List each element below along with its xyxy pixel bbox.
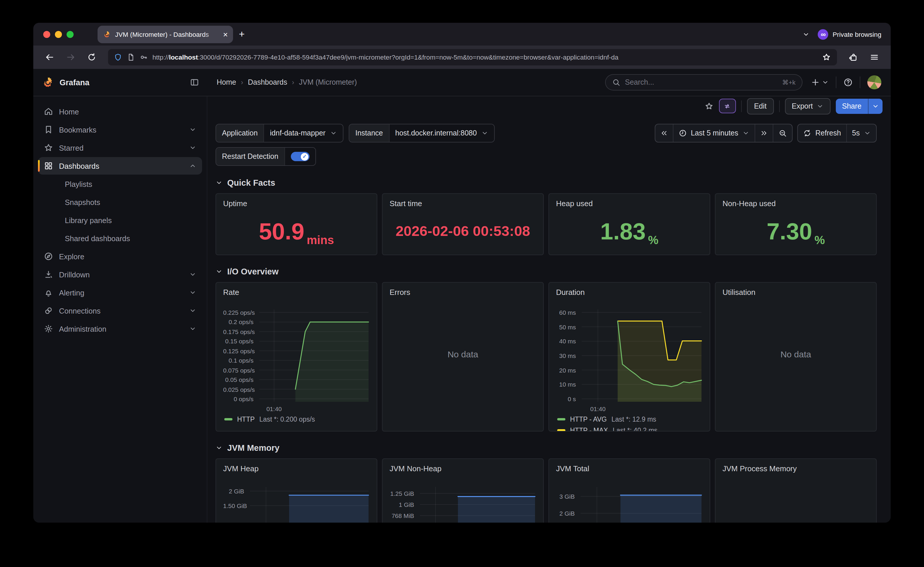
browser-tab[interactable]: JVM (Micrometer) - Dashboards × [98, 26, 233, 43]
sidebar-nav: HomeBookmarksStarredDashboardsPlaylistsS… [33, 96, 207, 523]
sidebar-item-dashboards[interactable]: Dashboards [38, 157, 202, 175]
legend-series-value: Last *: 12.9 ms [612, 416, 656, 423]
sidebar-item-administration[interactable]: Administration [38, 320, 202, 338]
panel-title[interactable]: Heap used [549, 194, 710, 208]
application-variable-select[interactable]: idnf-data-mapper [263, 124, 343, 142]
panel-title[interactable]: Utilisation [716, 283, 876, 297]
grafana-app: Grafana Home›Dashboards›JVM (Micrometer)… [33, 69, 891, 523]
refresh-button[interactable]: Refresh [798, 124, 846, 142]
window-close-button[interactable] [43, 31, 50, 38]
time-range-picker[interactable]: Last 5 minutes [672, 124, 754, 142]
sidebar-item-label: Connections [59, 306, 183, 315]
legend-row: HTTP - AVGLast *: 12.9 ms [557, 416, 657, 423]
double-chevron-right-icon [760, 130, 768, 136]
export-button[interactable]: Export [785, 98, 830, 114]
window-zoom-button[interactable] [67, 31, 74, 38]
sidebar-item-explore[interactable]: Explore [38, 248, 202, 265]
breadcrumb-separator: › [241, 78, 243, 86]
panel-title[interactable]: Duration [549, 283, 710, 297]
sidebar-item-library-panels[interactable]: Library panels [38, 212, 202, 229]
drilldown-icon [44, 270, 53, 279]
add-button[interactable] [811, 78, 829, 87]
y-axis-tick: 0.15 ops/s [223, 338, 254, 345]
window-minimize-button[interactable] [55, 31, 62, 38]
help-icon[interactable] [843, 78, 853, 87]
reload-button[interactable] [84, 49, 100, 65]
stat-value: 50.9 [259, 219, 304, 243]
instance-variable-select[interactable]: host.docker.internal:8080 [389, 124, 494, 142]
tab-close-icon[interactable]: × [223, 30, 228, 38]
panel-title[interactable]: Non-Heap used [716, 194, 876, 208]
share-button[interactable]: Share [836, 98, 868, 114]
sidebar-item-shared-dashboards[interactable]: Shared dashboards [38, 230, 202, 247]
section-header-quick-facts[interactable]: Quick Facts [216, 178, 877, 188]
y-axis-tick: 1.25 GiB [390, 490, 414, 497]
sidebar-item-playlists[interactable]: Playlists [38, 175, 202, 193]
dock-sidebar-icon[interactable] [190, 78, 199, 87]
panel-title[interactable]: JVM Process Memory [716, 459, 876, 473]
panel-title[interactable]: JVM Heap [216, 459, 377, 473]
stat-unit: % [814, 234, 825, 249]
edit-button[interactable]: Edit [747, 98, 774, 114]
page-info-icon[interactable] [127, 53, 135, 62]
search-input[interactable]: Search... ⌘+k [605, 74, 802, 90]
y-axis-tick: 0.05 ops/s [223, 376, 254, 383]
old-dashboards-toggle-button[interactable] [719, 99, 736, 113]
url-bar[interactable]: http://localhost:3000/d/70292026-7789-4e… [108, 49, 837, 65]
legend-series-label[interactable]: HTTP - AVG [570, 416, 607, 423]
bookmark-star-icon[interactable] [822, 52, 831, 62]
panel-title[interactable]: Errors [382, 283, 543, 297]
tracking-protection-shield-icon[interactable] [114, 53, 122, 62]
y-axis-tick: 0.075 ops/s [223, 366, 254, 374]
section-title: JVM Memory [227, 443, 279, 453]
chevron-down-icon [189, 289, 196, 296]
private-browsing-indicator: ∞ Private browsing [818, 29, 881, 39]
sidebar-item-bookmarks[interactable]: Bookmarks [38, 121, 202, 138]
insecure-connection-key-icon[interactable] [140, 53, 148, 62]
favorite-star-icon[interactable] [704, 101, 714, 111]
legend-series-label[interactable]: HTTP [237, 416, 255, 423]
toggle-switch[interactable]: ✓ [291, 152, 309, 161]
panel-title[interactable]: Rate [216, 283, 377, 297]
chevron-down-icon [822, 79, 829, 86]
back-button[interactable] [42, 49, 58, 65]
chevron-down-icon [864, 130, 871, 136]
refresh-interval-select[interactable]: 5s [846, 124, 876, 142]
time-shift-forward-button[interactable] [754, 124, 773, 142]
legend-swatch-icon [224, 418, 232, 420]
stat-value: 1.83 [600, 219, 646, 243]
sidebar-item-starred[interactable]: Starred [38, 139, 202, 156]
section-header-jvm-memory[interactable]: JVM Memory [216, 443, 877, 453]
forward-button[interactable] [63, 49, 79, 65]
sidebar-item-connections[interactable]: Connections [38, 302, 202, 320]
grafana-logo[interactable] [42, 76, 54, 89]
avatar[interactable] [867, 75, 881, 89]
time-shift-back-button[interactable] [655, 124, 672, 142]
grafana-favicon [103, 30, 111, 38]
extensions-button[interactable] [845, 49, 861, 65]
legend-series-label[interactable]: HTTP - MAX [570, 427, 608, 432]
sidebar-item-snapshots[interactable]: Snapshots [38, 193, 202, 211]
chart-area: 60 ms50 ms40 ms30 ms20 ms10 ms0 s01:40 [555, 309, 704, 402]
chart-legend: HTTP - AVGLast *: 12.9 msHTTP - MAXLast … [557, 416, 657, 432]
zoom-out-button[interactable] [773, 124, 792, 142]
sidebar-item-drilldown[interactable]: Drilldown [38, 266, 202, 283]
section-header-i-o-overview[interactable]: I/O Overview [216, 267, 877, 276]
panel-title[interactable]: JVM Total [549, 459, 710, 473]
sidebar-item-label: Explore [59, 252, 196, 261]
panel-title[interactable]: Start time [382, 194, 543, 208]
list-all-tabs-icon[interactable] [803, 31, 810, 38]
restart-detection-toggle[interactable]: ✓ [284, 148, 315, 165]
breadcrumb-item-dashboards[interactable]: Dashboards [248, 78, 287, 86]
share-menu-button[interactable] [868, 98, 882, 114]
panel-title[interactable]: JVM Non-Heap [382, 459, 543, 473]
new-tab-button[interactable]: + [239, 28, 245, 40]
sidebar-item-home[interactable]: Home [38, 103, 202, 120]
breadcrumb-item-home[interactable]: Home [217, 78, 236, 86]
section-collapse-icon [216, 268, 222, 275]
sidebar-item-alerting[interactable]: Alerting [38, 284, 202, 301]
panel-non-heap-used: Non-Heap used7.30% [715, 193, 877, 255]
chevron-down-icon [189, 325, 196, 332]
panel-title[interactable]: Uptime [216, 194, 377, 208]
menu-button[interactable] [866, 49, 882, 65]
